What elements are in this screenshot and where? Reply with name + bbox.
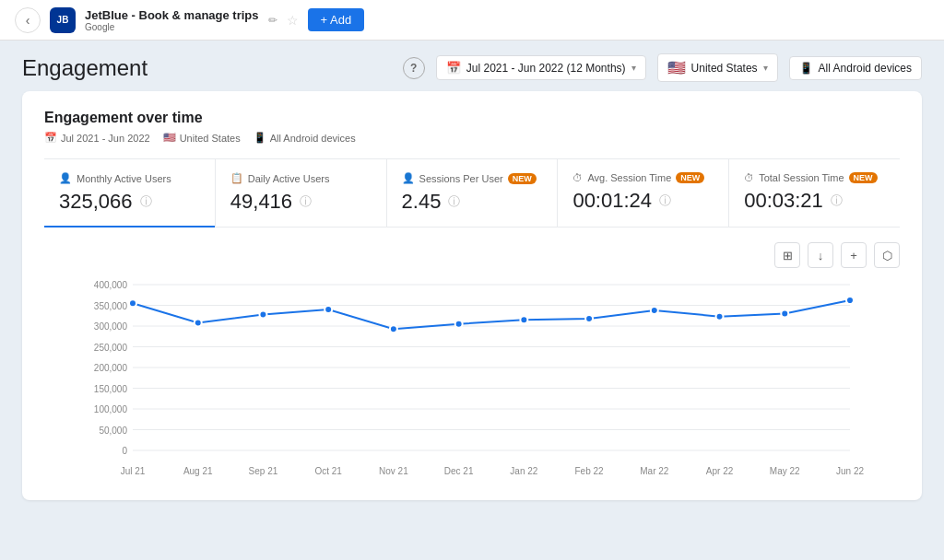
add-button[interactable]: + Add: [308, 8, 365, 31]
page-header: Engagement ? 📅 Jul 2021 - Jun 2022 (12 M…: [0, 41, 944, 91]
svg-text:Jul 21: Jul 21: [121, 466, 146, 476]
svg-text:May 22: May 22: [770, 466, 800, 476]
metric-icon-dau: 📋: [230, 172, 243, 184]
svg-text:Oct 21: Oct 21: [314, 466, 342, 476]
svg-point-38: [651, 307, 658, 314]
share-button[interactable]: ⬡: [874, 242, 900, 268]
new-badge-tst: NEW: [849, 172, 878, 183]
chevron-down-icon: ▾: [631, 63, 636, 73]
info-icon-mau[interactable]: ⓘ: [140, 193, 152, 210]
svg-point-41: [846, 297, 854, 304]
svg-point-35: [455, 321, 463, 328]
svg-text:Nov 21: Nov 21: [379, 466, 408, 476]
date-filter-label: Jul 2021 - Jun 2022 (12 Months): [466, 62, 626, 75]
app-sub: Google: [85, 22, 259, 32]
metric-value-tst: 00:03:21 ⓘ: [744, 189, 885, 213]
metric-number-dau: 49,416: [230, 190, 292, 214]
metric-label-text-spu: Sessions Per User: [419, 173, 503, 184]
help-icon[interactable]: ?: [403, 57, 425, 79]
svg-text:200,000: 200,000: [94, 363, 128, 373]
card-title: Engagement over time: [44, 110, 900, 126]
svg-text:400,000: 400,000: [94, 280, 128, 290]
info-icon-dau[interactable]: ⓘ: [300, 193, 312, 210]
svg-text:50,000: 50,000: [99, 426, 127, 436]
card-meta: 📅 Jul 2021 - Jun 2022 🇺🇸 United States 📱…: [44, 132, 900, 144]
metric-item-dau[interactable]: 📋 Daily Active Users 49,416 ⓘ: [216, 159, 387, 227]
back-icon: ‹: [26, 13, 30, 28]
info-icon-ast[interactable]: ⓘ: [659, 192, 671, 209]
device-filter-label: All Android devices: [819, 62, 912, 75]
device-filter-pill[interactable]: 📱 All Android devices: [789, 56, 922, 80]
svg-text:150,000: 150,000: [94, 384, 128, 394]
info-icon-tst[interactable]: ⓘ: [831, 192, 843, 209]
app-info: JetBlue - Book & manage trips Google: [85, 8, 259, 32]
metric-item-spu[interactable]: 👤 Sessions Per User NEW 2.45 ⓘ: [387, 159, 559, 227]
header-controls: ? 📅 Jul 2021 - Jun 2022 (12 Months) ▾ 🇺🇸…: [403, 53, 922, 82]
metric-label-dau: 📋 Daily Active Users: [230, 172, 372, 184]
svg-point-36: [520, 316, 527, 323]
main-content: Engagement over time 📅 Jul 2021 - Jun 20…: [0, 91, 944, 522]
metric-item-tst[interactable]: ⏱ Total Session Time NEW 00:03:21 ⓘ: [729, 159, 900, 227]
svg-text:300,000: 300,000: [94, 321, 128, 332]
flag-icon: 🇺🇸: [667, 59, 686, 76]
chart-container: 400,000350,000300,000250,000200,000150,0…: [44, 275, 900, 482]
info-icon-spu[interactable]: ⓘ: [448, 193, 460, 210]
svg-text:Sep 21: Sep 21: [249, 466, 278, 476]
line-chart: 400,000350,000300,000250,000200,000150,0…: [44, 275, 900, 478]
date-filter-pill[interactable]: 📅 Jul 2021 - Jun 2022 (12 Months) ▾: [436, 55, 646, 80]
metric-label-text-tst: Total Session Time: [759, 172, 844, 183]
svg-text:Feb 22: Feb 22: [575, 466, 605, 476]
svg-point-39: [716, 313, 724, 321]
excel-button[interactable]: ⊞: [774, 242, 800, 268]
svg-point-34: [390, 325, 397, 332]
svg-text:Jan 22: Jan 22: [510, 466, 537, 476]
meta-country: 🇺🇸 United States: [163, 132, 241, 144]
svg-point-32: [259, 310, 266, 318]
metric-icon-ast: ⏱: [572, 172, 583, 183]
metric-value-mau: 325,066 ⓘ: [59, 190, 200, 214]
svg-text:100,000: 100,000: [94, 404, 128, 414]
chevron-down-icon-2: ▾: [763, 63, 768, 73]
metric-icon-mau: 👤: [59, 172, 72, 184]
download-button[interactable]: ↓: [808, 242, 833, 268]
metric-number-ast: 00:01:24: [572, 189, 652, 213]
new-badge-spu: NEW: [508, 173, 537, 184]
country-filter-pill[interactable]: 🇺🇸 United States ▾: [657, 53, 778, 82]
metric-value-spu: 2.45 ⓘ: [402, 190, 543, 214]
top-bar: ‹ JB JetBlue - Book & manage trips Googl…: [0, 0, 944, 41]
app-icon-text: JB: [57, 15, 69, 25]
metric-icon-tst: ⏱: [744, 172, 754, 183]
app-name: JetBlue - Book & manage trips: [85, 8, 259, 22]
metric-icon-spu: 👤: [402, 172, 415, 184]
meta-date: 📅 Jul 2021 - Jun 2022: [44, 132, 150, 144]
metric-number-tst: 00:03:21: [744, 189, 823, 213]
metric-label-text-mau: Monthly Active Users: [77, 173, 171, 184]
chart-toolbar: ⊞ ↓ + ⬡: [44, 242, 900, 268]
metric-label-tst: ⏱ Total Session Time NEW: [744, 172, 885, 183]
metric-label-mau: 👤 Monthly Active Users: [59, 172, 200, 184]
back-button[interactable]: ‹: [15, 7, 41, 33]
add-series-button[interactable]: +: [841, 242, 867, 268]
svg-text:Aug 21: Aug 21: [183, 466, 213, 476]
app-icon: JB: [50, 7, 76, 33]
chart-card: Engagement over time 📅 Jul 2021 - Jun 20…: [22, 91, 922, 500]
svg-text:250,000: 250,000: [94, 343, 128, 353]
svg-text:350,000: 350,000: [94, 301, 128, 311]
country-filter-label: United States: [691, 62, 758, 75]
svg-text:Apr 22: Apr 22: [706, 466, 734, 476]
meta-flag-icon: 🇺🇸: [163, 132, 176, 144]
metric-item-ast[interactable]: ⏱ Avg. Session Time NEW 00:01:24 ⓘ: [558, 159, 729, 227]
edit-icon[interactable]: ✏: [268, 14, 277, 27]
device-icon: 📱: [799, 62, 813, 75]
meta-device-label: All Android devices: [270, 133, 356, 144]
svg-text:Mar 22: Mar 22: [640, 466, 669, 476]
metric-item-mau[interactable]: 👤 Monthly Active Users 325,066 ⓘ: [44, 159, 216, 227]
meta-country-label: United States: [180, 133, 241, 144]
metric-label-text-ast: Avg. Session Time: [587, 172, 671, 183]
meta-date-label: Jul 2021 - Jun 2022: [61, 133, 150, 144]
svg-point-33: [324, 306, 332, 313]
metrics-row: 👤 Monthly Active Users 325,066 ⓘ 📋 Daily…: [44, 158, 900, 228]
svg-point-30: [129, 299, 136, 307]
star-icon[interactable]: ☆: [287, 13, 299, 28]
calendar-icon: 📅: [446, 61, 461, 75]
